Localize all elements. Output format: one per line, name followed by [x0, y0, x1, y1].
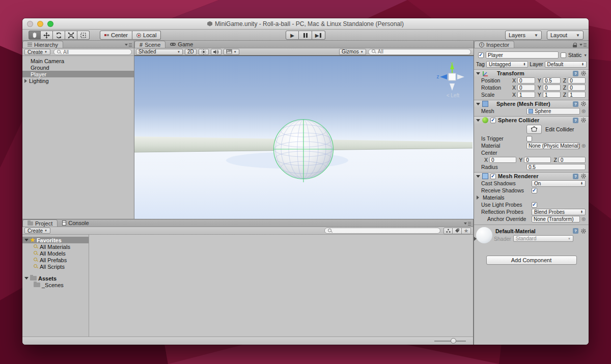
center-x-field[interactable] — [489, 157, 516, 163]
slider-track[interactable] — [434, 341, 466, 342]
hierarchy-item-main-camera[interactable]: Main Camera — [22, 58, 134, 64]
rotation-y-field[interactable] — [543, 85, 561, 91]
shader-dropdown[interactable]: Standard▼ — [513, 235, 573, 242]
lock-icon[interactable] — [573, 43, 577, 47]
minimize-button[interactable] — [37, 21, 43, 27]
is-trigger-checkbox[interactable] — [526, 136, 532, 142]
play-button[interactable]: ▶ — [286, 31, 299, 40]
scene-effects-button[interactable]: ▼ — [224, 49, 239, 55]
receive-shadows-checkbox[interactable] — [532, 188, 537, 193]
use-light-probes-checkbox[interactable] — [532, 202, 537, 208]
hand-tool-button[interactable] — [29, 31, 41, 40]
project-asset-grid[interactable] — [89, 235, 473, 337]
project-favorites-root[interactable]: ★Favorites — [22, 237, 89, 243]
position-y-field[interactable] — [543, 77, 561, 83]
project-item-all-scripts[interactable]: All Scripts — [22, 263, 89, 270]
project-search[interactable] — [324, 228, 440, 234]
center-z-field[interactable] — [559, 157, 586, 163]
foldout-arrow-icon[interactable] — [476, 175, 480, 178]
scale-z-field[interactable] — [568, 92, 586, 98]
project-assets-root[interactable]: Assets — [22, 275, 89, 282]
tab-hierarchy[interactable]: Hierarchy — [22, 41, 63, 48]
favorites-filter-button[interactable]: ★ — [462, 228, 471, 234]
physic-material-field[interactable]: None (Physic Material) — [526, 143, 580, 149]
tag-dropdown[interactable]: Untagged▲▼ — [486, 61, 528, 68]
hierarchy-create-button[interactable]: Create▼ — [24, 49, 50, 55]
scene-search[interactable] — [368, 49, 471, 55]
radius-field[interactable] — [526, 164, 586, 170]
tab-inspector[interactable]: iInspector — [474, 41, 514, 48]
rotation-z-field[interactable] — [568, 85, 586, 91]
draw-mode-dropdown[interactable]: Shaded▼ — [136, 49, 183, 55]
active-checkbox[interactable] — [478, 52, 484, 58]
project-item-all-prefabs[interactable]: All Prefabs — [22, 257, 89, 263]
foldout-arrow-icon[interactable] — [474, 237, 477, 241]
cast-shadows-dropdown[interactable]: On▲▼ — [532, 180, 586, 187]
mesh-renderer-header[interactable]: Mesh Renderer ? — [474, 172, 589, 180]
object-picker-icon[interactable]: ◎ — [581, 108, 586, 114]
thumbnail-size-slider[interactable] — [434, 338, 466, 344]
hierarchy-item-ground[interactable]: Ground — [22, 64, 134, 71]
transform-header[interactable]: Transform ? — [474, 69, 589, 77]
help-icon[interactable]: ? — [573, 228, 578, 234]
pivot-center-button[interactable]: Center — [100, 31, 132, 40]
scene-viewport[interactable]: y z < Left — [134, 55, 474, 219]
foldout-arrow-icon[interactable] — [24, 79, 27, 83]
position-x-field[interactable] — [517, 77, 535, 83]
tab-game[interactable]: Game — [165, 41, 198, 48]
hierarchy-item-lighting[interactable]: Lighting — [22, 77, 134, 84]
tab-scene[interactable]: #Scene — [134, 41, 165, 48]
rotation-x-field[interactable] — [517, 85, 535, 91]
gear-icon[interactable] — [580, 117, 587, 123]
anchor-override-field[interactable]: None (Transform) — [532, 216, 580, 222]
axis-cube[interactable] — [449, 73, 456, 80]
hierarchy-item-player[interactable]: Player — [22, 71, 134, 77]
component-enabled-checkbox[interactable] — [490, 118, 496, 123]
step-button[interactable]: ▶ — [312, 31, 325, 40]
pause-button[interactable] — [299, 31, 312, 40]
scene-lighting-button[interactable] — [199, 49, 209, 55]
foldout-arrow-icon[interactable] — [476, 72, 480, 75]
search-by-label-button[interactable] — [453, 228, 462, 234]
pivot-local-button[interactable]: Local — [132, 31, 161, 40]
static-checkbox[interactable] — [561, 52, 566, 58]
project-search-input[interactable] — [334, 228, 437, 234]
foldout-arrow-icon[interactable] — [477, 195, 479, 200]
gear-icon[interactable] — [580, 173, 587, 179]
panel-menu-icon[interactable] — [125, 43, 132, 47]
view-orientation-label[interactable]: < Left — [447, 93, 459, 98]
project-item-scenes[interactable]: _Scenes — [22, 282, 89, 288]
foldout-arrow-icon[interactable] — [476, 119, 480, 122]
project-item-all-models[interactable]: All Models — [22, 250, 89, 257]
sphere-collider-header[interactable]: Sphere Collider ? — [474, 116, 589, 124]
rect-tool-button[interactable] — [77, 31, 90, 40]
foldout-arrow-icon[interactable] — [476, 103, 480, 105]
object-picker-icon[interactable]: ◎ — [581, 216, 586, 221]
tab-console[interactable]: Console — [58, 219, 93, 227]
rotate-tool-button[interactable] — [53, 31, 65, 40]
down-axis-arrow[interactable] — [450, 83, 455, 91]
component-enabled-checkbox[interactable] — [490, 174, 496, 179]
scene-axis-gizmo[interactable]: y z — [437, 61, 465, 91]
material-sphere-thumbnail[interactable] — [476, 227, 492, 243]
position-z-field[interactable] — [568, 77, 586, 83]
help-icon[interactable]: ? — [573, 101, 578, 107]
layers-dropdown[interactable]: Layers▼ — [505, 31, 542, 40]
project-create-button[interactable]: Create▼ — [24, 228, 50, 234]
mesh-object-field[interactable]: Sphere — [526, 108, 580, 115]
scale-x-field[interactable] — [517, 92, 535, 98]
edit-collider-button[interactable] — [526, 125, 542, 134]
hierarchy-search[interactable] — [53, 49, 132, 55]
gear-icon[interactable] — [580, 101, 587, 107]
object-picker-icon[interactable]: ◎ — [581, 143, 586, 148]
x-axis-arrow[interactable] — [457, 74, 464, 79]
panel-menu-icon[interactable] — [464, 221, 471, 226]
scale-y-field[interactable] — [543, 92, 561, 98]
project-item-all-materials[interactable]: All Materials — [22, 243, 89, 250]
layer-dropdown[interactable]: Default▲▼ — [545, 61, 587, 68]
z-axis-arrow[interactable] — [440, 74, 447, 79]
help-icon[interactable]: ? — [573, 71, 578, 76]
help-icon[interactable]: ? — [573, 118, 578, 123]
foldout-arrow-icon[interactable] — [24, 239, 29, 241]
center-y-field[interactable] — [524, 157, 551, 163]
